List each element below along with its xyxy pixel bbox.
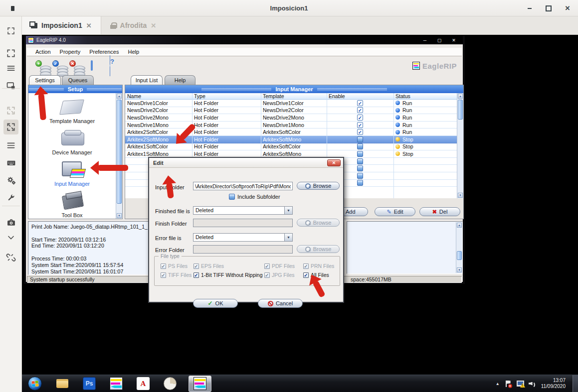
minimize-button[interactable] bbox=[526, 5, 533, 12]
photoshop-taskbar-icon[interactable]: Ps bbox=[83, 377, 96, 390]
menu-action[interactable]: Action bbox=[31, 49, 55, 55]
disconnect-icon[interactable] bbox=[5, 252, 17, 263]
start-button[interactable] bbox=[28, 377, 42, 391]
resolution-lines-icon[interactable] bbox=[5, 62, 17, 74]
enable-checkbox[interactable]: ✓ bbox=[357, 115, 363, 121]
collapse-chevron-icon[interactable] bbox=[5, 232, 17, 244]
network-warning-icon[interactable] bbox=[516, 381, 524, 387]
input-folder-field[interactable] bbox=[193, 182, 293, 190]
fullscreen-icon[interactable] bbox=[5, 47, 17, 59]
eaglerip-titlebar[interactable]: EagleRIP 4.0 ─ ▢ ✕ bbox=[26, 36, 463, 44]
scroll-up-icon[interactable]: ▲ bbox=[457, 223, 462, 228]
enable-checkbox[interactable] bbox=[357, 180, 363, 186]
finished-file-select[interactable]: Deleted▼ bbox=[193, 206, 293, 215]
scroll-down-icon[interactable]: ▼ bbox=[117, 213, 122, 218]
table-row[interactable]: NewsDrive2Mono Hot Folder NewsDrive2Mono… bbox=[125, 114, 457, 122]
tab-queues[interactable]: Queues bbox=[62, 75, 94, 85]
del-button[interactable]: ✖Del bbox=[419, 207, 460, 216]
multi-monitor-icon[interactable] bbox=[5, 80, 17, 92]
scroll-up-icon[interactable]: ▲ bbox=[458, 94, 463, 99]
dialog-titlebar[interactable]: Edit ✕ bbox=[149, 158, 343, 168]
chevron-down-icon[interactable]: ▼ bbox=[284, 207, 292, 214]
tab-close-icon[interactable]: ✕ bbox=[86, 22, 92, 29]
list-scrollbar[interactable]: ▲ ▼ bbox=[456, 222, 462, 273]
browse-input-folder-button[interactable]: Browse bbox=[297, 182, 340, 190]
finish-folder-field bbox=[193, 219, 293, 227]
magnifier-icon bbox=[305, 220, 311, 226]
menu-preferences[interactable]: Preferences bbox=[85, 49, 123, 55]
enable-checkbox[interactable] bbox=[357, 151, 363, 157]
close-button[interactable]: ✕ bbox=[564, 5, 571, 12]
resize-corners-icon[interactable] bbox=[5, 25, 17, 37]
cancel-button[interactable]: Cancel bbox=[258, 299, 303, 308]
volume-icon[interactable] bbox=[529, 381, 536, 387]
enable-checkbox[interactable] bbox=[357, 158, 363, 164]
checkbox-unchecked-icon[interactable] bbox=[229, 194, 235, 200]
erip-minimize-button[interactable]: ─ bbox=[421, 38, 429, 43]
screenshot-camera-icon[interactable] bbox=[5, 217, 17, 229]
clock-app-taskbar-icon[interactable] bbox=[164, 377, 177, 390]
scroll-up-icon[interactable]: ▲ bbox=[117, 94, 122, 99]
tab-afrodita[interactable]: Afrodita ✕ bbox=[101, 16, 166, 34]
menu-property[interactable]: Property bbox=[55, 49, 85, 55]
table-row[interactable]: Arkitex1SoftColor Hot Folder ArkitexSoft… bbox=[125, 143, 457, 151]
template-manager-icon bbox=[57, 97, 86, 117]
enable-checkbox[interactable] bbox=[357, 173, 363, 179]
dialog-close-button[interactable]: ✕ bbox=[327, 159, 341, 166]
menu-help[interactable]: Help bbox=[123, 49, 144, 55]
erip-close-button[interactable]: ✕ bbox=[450, 38, 458, 43]
enable-checkbox[interactable]: ✓ bbox=[357, 107, 363, 113]
action-center-icon[interactable]: ✕ bbox=[505, 381, 511, 387]
help-icon[interactable] bbox=[110, 56, 110, 76]
clock[interactable]: 13:0711/09/2020 bbox=[541, 378, 568, 390]
error-file-select[interactable]: Deleted▼ bbox=[193, 233, 293, 242]
tab-help[interactable]: Help bbox=[165, 75, 195, 85]
explorer-taskbar-icon[interactable] bbox=[56, 377, 69, 390]
document-icon[interactable] bbox=[91, 61, 93, 70]
enable-checkbox[interactable] bbox=[357, 165, 363, 171]
enable-checkbox[interactable] bbox=[357, 143, 363, 149]
eaglerip-taskbar-icon[interactable] bbox=[110, 377, 123, 390]
menu-icon[interactable] bbox=[5, 139, 17, 151]
maximize-button[interactable] bbox=[545, 5, 552, 12]
table-scrollbar[interactable]: ▲ ▼ bbox=[457, 93, 463, 198]
tab-imposicion1[interactable]: Imposicion1 ✕ bbox=[22, 16, 101, 34]
table-row[interactable]: NewsDrive1Mono Hot Folder NewsDrive1Mono… bbox=[125, 122, 457, 129]
erip-maximize-button[interactable]: ▢ bbox=[435, 38, 443, 43]
show-hidden-icons-button[interactable]: ▲ bbox=[496, 382, 500, 386]
edit-button[interactable]: ✎Edit bbox=[375, 207, 415, 216]
scaled-mode-active-icon[interactable] bbox=[3, 120, 18, 134]
enable-checkbox[interactable]: ✓ bbox=[357, 122, 363, 128]
setup-item-device-manager[interactable]: Device Manager bbox=[52, 129, 92, 155]
eaglerip-logo-icon bbox=[412, 62, 420, 70]
scroll-down-icon[interactable]: ▼ bbox=[458, 193, 463, 198]
include-subfolder-checkbox[interactable]: Include Subfolder bbox=[229, 194, 280, 200]
setup-item-template-manager[interactable]: Template Manager bbox=[49, 97, 95, 124]
chevron-down-icon[interactable]: ▼ bbox=[284, 234, 292, 241]
tab-close-icon[interactable]: ✕ bbox=[151, 22, 156, 29]
setup-item-input-manager[interactable]: Input Manager bbox=[54, 160, 90, 187]
tab-input-list[interactable]: Input List bbox=[131, 75, 163, 85]
tab-settings[interactable]: Settings bbox=[29, 75, 61, 85]
queue-list-panel[interactable]: ▲ ▼ bbox=[347, 221, 463, 274]
filetype-checkbox-1-bit-tiff-without-ripping[interactable]: ✓1-Bit TIFF Without Ripping bbox=[193, 272, 264, 278]
show-desktop-button[interactable] bbox=[573, 375, 578, 392]
enable-checkbox[interactable]: ✓ bbox=[357, 129, 363, 135]
tools-wrench-icon[interactable] bbox=[5, 192, 17, 204]
status-dot-icon bbox=[395, 101, 400, 105]
scroll-down-icon[interactable]: ▼ bbox=[457, 267, 462, 272]
ok-button[interactable]: ✓OK bbox=[193, 299, 238, 308]
table-header[interactable]: Name Type Template Enable Status bbox=[125, 93, 457, 100]
eaglerip-active-task-button[interactable] bbox=[189, 376, 211, 392]
checkbox-icon[interactable]: ✓ bbox=[193, 272, 199, 278]
keyboard-icon[interactable] bbox=[5, 157, 17, 169]
scaled-mode-disabled-icon[interactable] bbox=[5, 105, 17, 117]
setup-scrollbar[interactable]: ▲ ▼ bbox=[116, 93, 122, 219]
preferences-gears-icon[interactable] bbox=[5, 174, 17, 186]
table-row[interactable]: NewsDrive2Color Hot Folder NewsDrive2Col… bbox=[125, 107, 457, 115]
enable-checkbox[interactable] bbox=[357, 136, 363, 142]
table-row[interactable]: NewsDrive1Color Hot Folder NewsDrive1Col… bbox=[125, 100, 457, 107]
enable-checkbox[interactable]: ✓ bbox=[357, 100, 363, 106]
acrobat-taskbar-icon[interactable]: A bbox=[137, 377, 150, 390]
setup-item-tool-box[interactable]: Tool Box bbox=[58, 191, 87, 218]
